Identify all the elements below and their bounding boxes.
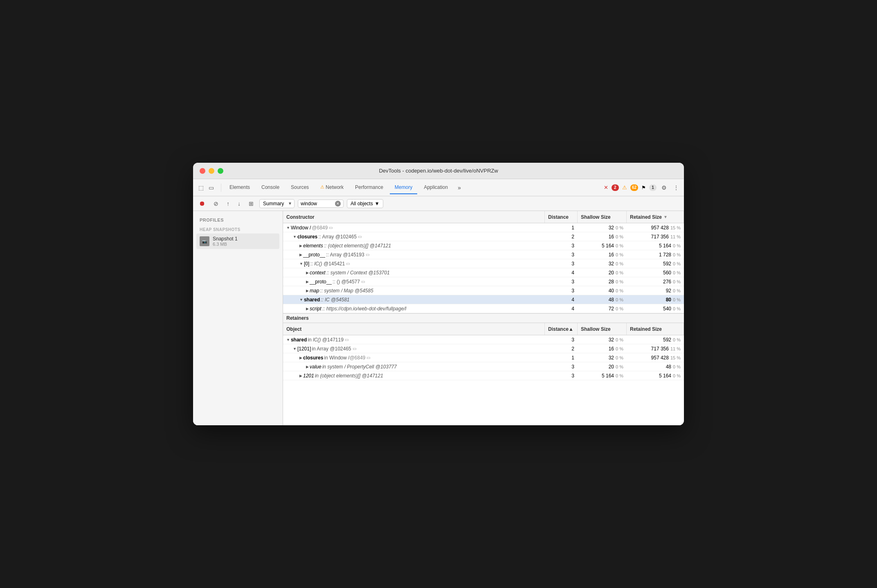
summary-mode-button[interactable]: ⊞ <box>246 200 256 208</box>
more-tabs-button[interactable]: » <box>454 184 464 191</box>
tab-memory[interactable]: Memory <box>390 181 417 194</box>
snapshot-icon-symbol: 📷 <box>202 239 207 244</box>
table-row[interactable]: ▶ __proto__ :: () @54577 ▭ 3 28 0 % 276 … <box>283 277 684 286</box>
table-row[interactable]: ▶ value in system / PropertyCell @103777… <box>283 362 684 371</box>
tree-toggle[interactable]: ▼ <box>293 235 297 239</box>
tab-network[interactable]: ⚠ Network <box>315 181 349 194</box>
ret-shallow-header[interactable]: Shallow Size <box>578 323 627 335</box>
tab-application[interactable]: Application <box>419 181 453 194</box>
table-row[interactable]: ▼ closures :: Array @102465 ▭ 2 16 0 % 7… <box>283 232 684 241</box>
download-button[interactable]: ↓ <box>235 200 243 208</box>
table-row-selected[interactable]: ▼ shared :: lC @54581 4 48 0 % 80 0 % <box>283 295 684 304</box>
snapshot-item[interactable]: 📷 Snapshot 1 6.3 MB <box>196 233 279 249</box>
suffix: :: lC @54581 <box>321 297 349 303</box>
object-cell: ▼ shared in lC() @147119 ▭ <box>283 335 545 344</box>
settings-icon[interactable]: ⚙ <box>660 183 668 193</box>
constructor-cell: ▶ map :: system / Map @54585 <box>283 286 545 295</box>
table-row[interactable]: ▶ 1201 in (object elements)[] @147121 3 … <box>283 371 684 380</box>
table-row[interactable]: ▼ shared in lC() @147119 ▭ 3 32 0 % 592 … <box>283 335 684 344</box>
tree-toggle[interactable]: ▶ <box>306 307 309 311</box>
upload-icon: ↑ <box>227 200 229 207</box>
tree-toggle[interactable]: ▶ <box>306 280 309 284</box>
table-row[interactable]: ▼ Window / @6849 ▭ 1 32 0 % 957 428 15 % <box>283 223 684 232</box>
inspect-icon[interactable]: ⬚ <box>196 184 206 192</box>
shallow-cell: 32 0 % <box>578 335 627 344</box>
retainers-table-body: ▼ shared in lC() @147119 ▭ 3 32 0 % 592 … <box>283 335 684 425</box>
obj-icon: ▭ <box>329 225 333 230</box>
error-count[interactable]: 2 <box>612 184 619 191</box>
objects-dropdown[interactable]: All objects ▼ <box>347 199 383 208</box>
tree-toggle[interactable]: ▶ <box>299 253 302 257</box>
info-icon: ⚑ <box>641 185 646 191</box>
object-cell: ▶ closures in Window / @6849 ▭ <box>283 353 545 362</box>
maximize-button[interactable] <box>218 168 223 174</box>
upload-button[interactable]: ↑ <box>224 200 232 208</box>
clear-button[interactable]: ⊘ <box>211 200 221 208</box>
retained-cell: 540 0 % <box>627 304 684 313</box>
tab-console[interactable]: Console <box>256 181 284 194</box>
tree-toggle[interactable]: ▼ <box>299 298 303 302</box>
suffix: in (object elements)[] @147121 <box>315 373 383 379</box>
retained-size-header[interactable]: Retained Size ▼ <box>627 211 684 223</box>
obj-icon: ▭ <box>358 234 362 239</box>
info-count[interactable]: 1 <box>649 184 657 191</box>
shallow-cell: 32 0 % <box>578 223 627 232</box>
constructor-name: [0] <box>304 261 309 267</box>
tree-toggle[interactable]: ▼ <box>299 262 303 266</box>
suffix: :: Array @145193 <box>326 252 364 258</box>
device-icon[interactable]: ▭ <box>207 184 216 192</box>
distance-cell: 3 <box>545 277 578 286</box>
table-row[interactable]: ▶ map :: system / Map @54585 3 40 0 % 92… <box>283 286 684 295</box>
object-cell: ▶ 1201 in (object elements)[] @147121 <box>283 371 545 380</box>
table-row[interactable]: ▶ script :: https://cdpn.io/web-dot-dev/… <box>283 304 684 313</box>
tab-performance[interactable]: Performance <box>350 181 388 194</box>
distance-cell: 2 <box>545 344 578 353</box>
objects-label: All objects <box>351 201 373 206</box>
ret-distance-header[interactable]: Distance▲ <box>545 323 578 335</box>
more-options-icon[interactable]: ⋮ <box>672 183 681 193</box>
download-icon: ↓ <box>238 200 241 207</box>
sidebar-title: Profiles <box>196 216 279 224</box>
record-button[interactable]: ⏺ <box>196 199 208 208</box>
table-row[interactable]: ▶ context :: system / Context @153701 4 … <box>283 268 684 277</box>
object-cell: ▶ value in system / PropertyCell @103777 <box>283 362 545 371</box>
warning-count[interactable]: 62 <box>630 184 638 191</box>
table-row[interactable]: ▼ [1201] in Array @102465 ▭ 2 16 0 % 717… <box>283 344 684 353</box>
object-header[interactable]: Object <box>283 323 545 335</box>
table-row[interactable]: ▶ __proto__ :: Array @145193 ▭ 3 16 0 % … <box>283 250 684 259</box>
snapshot-info: Snapshot 1 6.3 MB <box>213 236 238 247</box>
filter-clear-button[interactable]: ✕ <box>335 201 341 206</box>
tree-toggle[interactable]: ▼ <box>293 347 297 351</box>
tree-toggle[interactable]: ▶ <box>306 365 309 369</box>
tree-toggle[interactable]: ▶ <box>306 271 309 275</box>
view-mode-dropdown[interactable]: Summary <box>259 199 295 208</box>
retained-cell: 1 728 0 % <box>627 250 684 259</box>
table-row[interactable]: ▼ [0] :: lC() @145421 ▭ 3 32 0 % 592 0 % <box>283 259 684 268</box>
shallow-size-header[interactable]: Shallow Size <box>578 211 627 223</box>
filter-input[interactable] <box>301 201 333 206</box>
shallow-cell: 32 0 % <box>578 259 627 268</box>
ret-retained-header[interactable]: Retained Size <box>627 323 684 335</box>
window-title: DevTools - codepen.io/web-dot-dev/live/o… <box>379 168 498 174</box>
retained-cell: 957 428 15 % <box>627 353 684 362</box>
tree-toggle[interactable]: ▶ <box>299 244 302 248</box>
distance-cell: 1 <box>545 223 578 232</box>
tree-toggle[interactable]: ▶ <box>299 374 302 378</box>
table-row[interactable]: ▶ elements :: (object elements)[] @14712… <box>283 241 684 250</box>
tree-toggle[interactable]: ▶ <box>299 356 302 360</box>
tree-toggle[interactable]: ▼ <box>286 226 290 230</box>
shallow-cell: 32 0 % <box>578 353 627 362</box>
minimize-button[interactable] <box>209 168 214 174</box>
close-button[interactable] <box>200 168 205 174</box>
constructor-header[interactable]: Constructor <box>283 211 545 223</box>
tree-toggle[interactable]: ▼ <box>286 338 290 342</box>
tree-toggle[interactable]: ▶ <box>306 289 309 293</box>
tab-sources[interactable]: Sources <box>286 181 314 194</box>
main-tab-bar: ⬚ ▭ Elements Console Sources ⚠ Network P… <box>193 179 684 196</box>
tab-elements[interactable]: Elements <box>225 181 255 194</box>
table-row[interactable]: ▶ closures in Window / @6849 ▭ 1 32 0 % … <box>283 353 684 362</box>
obj-icon: ▭ <box>367 355 370 360</box>
distance-header[interactable]: Distance <box>545 211 578 223</box>
constructor-name: elements <box>303 243 323 249</box>
retainers-section-header: Retainers <box>283 313 684 323</box>
